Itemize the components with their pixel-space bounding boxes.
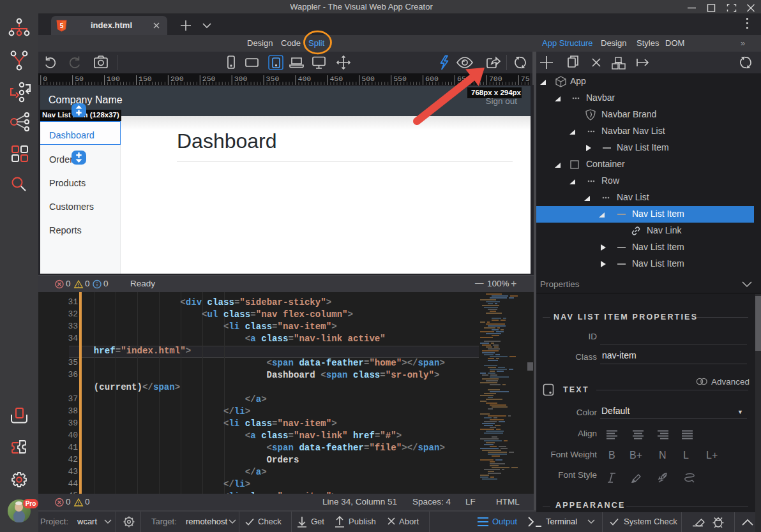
- svg-text:600: 600: [425, 75, 439, 83]
- svg-text:0: 0: [43, 75, 47, 83]
- svg-text:250: 250: [202, 75, 216, 83]
- svg-text:300: 300: [234, 75, 248, 83]
- svg-text:750: 750: [521, 75, 530, 83]
- svg-text:200: 200: [170, 75, 184, 83]
- svg-text:700: 700: [489, 75, 502, 83]
- svg-text:5: 5: [60, 22, 64, 29]
- svg-text:500: 500: [361, 75, 375, 83]
- svg-text:450: 450: [329, 75, 343, 83]
- svg-text:400: 400: [298, 75, 312, 83]
- svg-text:350: 350: [266, 75, 280, 83]
- svg-text:550: 550: [393, 75, 407, 83]
- svg-text:50: 50: [75, 75, 84, 83]
- svg-text:100: 100: [107, 75, 120, 83]
- svg-text:650: 650: [457, 75, 471, 83]
- svg-text:150: 150: [139, 75, 152, 83]
